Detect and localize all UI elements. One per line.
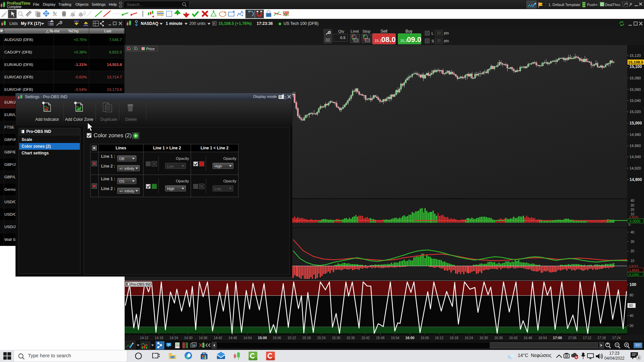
svg-text:16:48: 16:48 [523, 336, 532, 340]
svg-text:30: 30 [631, 240, 635, 244]
svg-text:pts: pts [444, 31, 449, 35]
svg-text:17:00: 17:00 [553, 336, 562, 340]
svg-text:16:42: 16:42 [509, 336, 517, 340]
svg-text:Opacity: Opacity [176, 156, 189, 160]
svg-text:Buy: Buy [406, 29, 413, 34]
svg-text:15:42: 15:42 [361, 336, 369, 340]
svg-text:16:30: 16:30 [479, 336, 488, 340]
svg-text:100: 100 [630, 282, 636, 287]
svg-text:30: 30 [631, 204, 635, 207]
svg-text:15:00: 15:00 [258, 336, 267, 340]
svg-text:Price: Price [146, 47, 155, 51]
svg-text:14:42: 14:42 [214, 336, 222, 340]
svg-text:14:30: 14:30 [184, 336, 192, 340]
svg-text:17:12: 17:12 [583, 336, 591, 340]
svg-text:16:36: 16:36 [494, 336, 503, 340]
svg-text:10: 10 [631, 259, 635, 263]
svg-text:Opacity: Opacity [223, 156, 236, 160]
svg-text:14:24: 14:24 [169, 336, 178, 340]
svg-text:40: 40 [631, 199, 635, 203]
svg-text:80: 80 [630, 293, 634, 297]
svg-text:17:18: 17:18 [597, 336, 606, 340]
svg-text:0.0000: 0.0000 [630, 219, 640, 223]
svg-text:Line 1 :: Line 1 : [101, 177, 115, 181]
svg-text:15,120: 15,120 [630, 53, 641, 58]
svg-text:60: 60 [629, 303, 633, 307]
svg-text:16:54: 16:54 [538, 336, 547, 340]
svg-text:09.0: 09.0 [407, 35, 421, 44]
svg-text:15,100: 15,100 [630, 64, 642, 69]
svg-text:16:18: 16:18 [450, 336, 458, 340]
svg-text:16:00: 16:00 [406, 336, 415, 340]
svg-text:Line 2 :: Line 2 : [101, 164, 115, 169]
svg-text:15:12: 15:12 [287, 336, 296, 340]
svg-text:15:48: 15:48 [376, 336, 384, 340]
svg-text:T: T [168, 11, 170, 16]
svg-text:16:06: 16:06 [420, 336, 429, 340]
svg-text:Opacity: Opacity [223, 179, 236, 183]
svg-text:15:54: 15:54 [391, 336, 399, 340]
svg-text:14:12: 14:12 [140, 336, 148, 340]
svg-text:Color zones (2): Color zones (2) [94, 132, 132, 138]
svg-text:Sell: Sell [381, 29, 387, 34]
svg-text:15,020: 15,020 [630, 110, 641, 114]
svg-text:15,060: 15,060 [630, 87, 641, 92]
svg-text:pts: pts [444, 39, 449, 43]
svg-text:40: 40 [631, 230, 635, 234]
svg-text:15,080: 15,080 [630, 76, 641, 80]
svg-text:15,1: 15,1 [400, 39, 407, 43]
svg-text:14,940: 14,940 [630, 155, 641, 159]
svg-text:14:54: 14:54 [243, 336, 252, 340]
svg-text:16:12: 16:12 [435, 336, 443, 340]
svg-text:17:24: 17:24 [612, 336, 620, 340]
svg-text:2.5031: 2.5031 [629, 215, 639, 219]
svg-text:08.0: 08.0 [381, 35, 396, 44]
svg-text:2.9747: 2.9747 [629, 264, 638, 268]
svg-text:14,900: 14,900 [630, 177, 642, 182]
svg-text:14,920: 14,920 [630, 166, 641, 170]
svg-text:i: i [214, 22, 215, 25]
svg-text:15,040: 15,040 [630, 99, 641, 103]
svg-text:Line 1 > Line 2: Line 1 > Line 2 [153, 146, 181, 150]
svg-text:Opacity: Opacity [176, 179, 189, 183]
svg-text:S: S [431, 39, 434, 43]
svg-text:Line 1 < Line 2: Line 1 < Line 2 [200, 146, 228, 150]
svg-text:15:18: 15:18 [302, 336, 311, 340]
svg-text:20: 20 [630, 324, 634, 328]
svg-text:20: 20 [437, 39, 441, 43]
svg-text:Qty: Qty [338, 29, 344, 33]
svg-text:14,980: 14,980 [630, 133, 641, 137]
svg-text:14:36: 14:36 [199, 336, 207, 340]
svg-text:Lines: Lines [116, 146, 126, 150]
svg-text:20: 20 [631, 249, 635, 253]
svg-text:Line 2 :: Line 2 : [101, 186, 115, 191]
svg-text:Stop: Stop [362, 29, 371, 33]
svg-text:Pro-OBS IND: Pro-OBS IND [130, 282, 152, 286]
svg-text:F: F [161, 15, 163, 18]
svg-text:20: 20 [631, 208, 635, 212]
svg-text:L: L [431, 31, 434, 35]
svg-text:1.9634: 1.9634 [629, 268, 639, 272]
svg-text:0: 0 [629, 223, 630, 226]
svg-text:0.5: 0.5 [340, 36, 346, 40]
svg-text:4: 4 [638, 356, 640, 360]
svg-text:40: 40 [630, 314, 634, 318]
svg-text:15,000: 15,000 [630, 121, 642, 125]
svg-text:14,960: 14,960 [630, 144, 641, 148]
svg-text:0.1093: 0.1093 [629, 273, 639, 276]
svg-text:15:06: 15:06 [272, 336, 281, 340]
svg-text:15,1: 15,1 [375, 39, 382, 43]
svg-text:15:24: 15:24 [317, 336, 325, 340]
svg-text:15,108.5: 15,108.5 [628, 60, 643, 64]
svg-text:15:36: 15:36 [346, 336, 355, 340]
svg-text:Limit: Limit [351, 29, 359, 33]
svg-text:17:06: 17:06 [568, 336, 576, 340]
svg-text:16:24: 16:24 [464, 336, 473, 340]
svg-text:10: 10 [437, 31, 441, 35]
svg-text:14:48: 14:48 [228, 336, 237, 340]
svg-text:Line 1 :: Line 1 : [101, 154, 115, 159]
svg-text:15:30: 15:30 [332, 336, 340, 340]
svg-text:14:18: 14:18 [155, 336, 163, 340]
